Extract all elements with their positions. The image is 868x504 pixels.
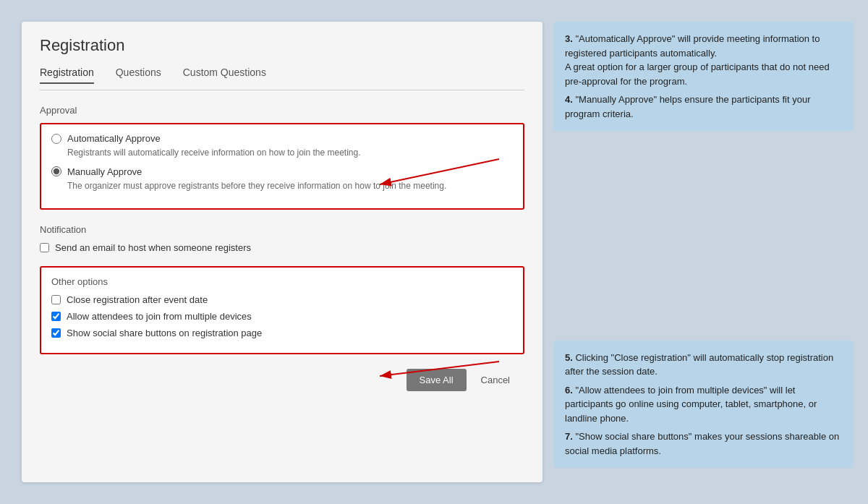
social-share-label: Show social share buttons on registratio… [67,328,262,338]
callout-3-text: 3. "Automatically Approve" will provide … [565,32,842,88]
social-share-checkbox[interactable] [51,328,61,338]
left-panel: Registration Registration Questions Cust… [22,22,542,482]
notification-label: Notification [40,224,524,235]
notification-checkbox[interactable] [40,243,49,252]
manual-approve-radio[interactable] [51,166,61,176]
other-options-box: Other options Close registration after e… [40,266,524,354]
callout-7-text: 7. "Show social share buttons" makes you… [565,430,842,458]
save-button[interactable]: Save All [407,369,467,391]
manual-approve-row: Manually Approve [51,166,513,177]
page-title: Registration [40,36,524,55]
main-container: Registration Registration Questions Cust… [0,0,868,504]
close-registration-label: Close registration after event date [67,294,208,305]
notification-checkbox-label: Send an email to host when someone regis… [55,242,251,253]
tab-registration[interactable]: Registration [40,67,94,84]
tab-custom-questions[interactable]: Custom Questions [183,67,266,84]
auto-approve-description: Registrants will automatically receive i… [67,147,513,159]
auto-approve-radio[interactable] [51,134,61,144]
approval-box: Automatically Approve Registrants will a… [40,123,524,210]
callout-6-text: 6. "Allow attendees to join from multipl… [565,383,842,426]
buttons-row: Save All Cancel [40,369,524,391]
tab-questions[interactable]: Questions [116,67,161,84]
callout-box-3-4: 3. "Automatically Approve" will provide … [553,22,854,131]
manual-approve-description: The organizer must approve registrants b… [67,180,513,192]
other-opt-close-reg: Close registration after event date [51,294,513,305]
notification-section: Notification Send an email to host when … [40,224,524,253]
close-registration-checkbox[interactable] [51,295,61,304]
spacer [553,138,854,333]
multiple-devices-label: Allow attendees to join from multiple de… [67,311,252,322]
callout-4-text: 4. "Manually Approve" helps ensure the p… [565,93,842,121]
approval-label: Approval [40,105,524,116]
right-panel: 3. "Automatically Approve" will provide … [542,0,868,504]
notification-checkbox-row: Send an email to host when someone regis… [40,242,524,253]
other-opt-multiple-devices: Allow attendees to join from multiple de… [51,311,513,322]
tabs-row: Registration Questions Custom Questions [40,67,524,84]
manual-approve-label: Manually Approve [67,166,142,177]
callout-5-text: 5. Clicking "Close registration" will au… [565,351,842,379]
other-options-title: Other options [51,276,513,287]
callout-box-5-7: 5. Clicking "Close registration" will au… [553,341,854,469]
auto-approve-row: Automatically Approve [51,133,513,144]
multiple-devices-checkbox[interactable] [51,312,61,321]
other-opt-social-share: Show social share buttons on registratio… [51,328,513,338]
auto-approve-label: Automatically Approve [67,133,161,144]
tab-divider [40,90,524,90]
cancel-button[interactable]: Cancel [474,369,517,391]
